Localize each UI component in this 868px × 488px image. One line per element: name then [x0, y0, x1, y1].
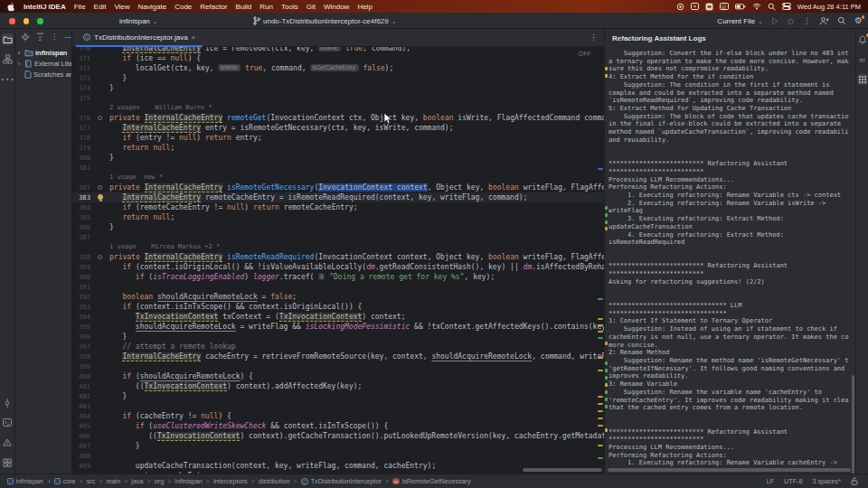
- error-stripe-mark[interactable]: [598, 445, 603, 446]
- menubar-item-navigate[interactable]: Navigate: [138, 3, 167, 11]
- control-center-icon[interactable]: [782, 3, 791, 10]
- menubar-item-refactor[interactable]: Refactor: [200, 3, 227, 11]
- spotlight-icon[interactable]: [768, 3, 776, 11]
- apple-icon[interactable]: [7, 2, 15, 12]
- status-item-utf-8[interactable]: UTF-8: [784, 477, 802, 485]
- status-item-3-spaces-[interactable]: 3 spaces*: [812, 477, 841, 485]
- error-stripe-mark[interactable]: [598, 357, 603, 359]
- code-editor[interactable]: 370InternalCacheEntry ice = remoteGet(ct…: [72, 47, 604, 474]
- chevron-right-icon[interactable]: ›: [18, 61, 23, 67]
- maven-icon[interactable]: m: [857, 54, 868, 65]
- error-stripe-mark[interactable]: [598, 337, 603, 339]
- close-tab-icon[interactable]: ×: [192, 33, 196, 42]
- assistant-vertical-scrollbar[interactable]: [852, 375, 854, 474]
- code-with-me-icon[interactable]: [819, 16, 829, 25]
- error-stripe-mark[interactable]: [598, 410, 603, 412]
- menubar-item-window[interactable]: Window: [324, 3, 349, 11]
- keyboard-icon[interactable]: [720, 3, 729, 10]
- menubar-item-code[interactable]: Code: [175, 3, 192, 11]
- breadcrumb-java[interactable]: java: [131, 477, 143, 485]
- tab-txdistributioninterceptor[interactable]: TxDistributionInterceptor.java ×: [76, 29, 203, 47]
- breadcrumb-org[interactable]: org: [155, 477, 164, 485]
- locate-icon[interactable]: [21, 33, 30, 42]
- error-stripe-mark[interactable]: [598, 425, 603, 427]
- notifications-bell-icon[interactable]: [857, 34, 868, 45]
- error-stripe-mark[interactable]: [598, 457, 603, 459]
- commit-icon[interactable]: [2, 397, 14, 408]
- breadcrumb-infinispan[interactable]: infinispan: [7, 477, 43, 485]
- override-method-gutter-icon[interactable]: [98, 116, 102, 120]
- menubar-item-help[interactable]: Help: [357, 3, 372, 11]
- menubar-item-build[interactable]: Build: [236, 3, 252, 11]
- editor-horizontal-scrollbar[interactable]: [523, 468, 602, 472]
- override-method-gutter-icon[interactable]: [98, 185, 102, 190]
- status-item-lf[interactable]: LF: [767, 477, 774, 485]
- breadcrumb-core[interactable]: core: [54, 477, 75, 485]
- more-actions-kebab-icon[interactable]: ⋮: [803, 16, 811, 25]
- menubar-clock[interactable]: Wed Aug 28 4:11 PM: [797, 3, 861, 11]
- problems-icon[interactable]: [2, 436, 14, 448]
- usages-hint[interactable]: 1 usage Mircea Markus +2 *: [109, 242, 220, 252]
- breadcrumb-isremotegetnecessary[interactable]: isRemoteGetNecessary: [392, 477, 470, 485]
- breadcrumb-main[interactable]: main: [107, 477, 121, 485]
- breadcrumb-interceptors[interactable]: interceptors: [213, 477, 248, 485]
- chevron-right-icon[interactable]: ›: [18, 50, 23, 56]
- close-window-button[interactable]: [9, 18, 15, 24]
- app-window-icon[interactable]: [691, 3, 699, 10]
- error-stripe-mark[interactable]: [598, 318, 603, 320]
- breadcrumb-infinispan[interactable]: infinispan: [175, 477, 202, 485]
- stage-manager-icon[interactable]: [705, 3, 713, 11]
- terminal-icon[interactable]: [2, 417, 14, 428]
- run-button[interactable]: [771, 17, 778, 25]
- assistant-grid-icon[interactable]: [857, 74, 868, 85]
- collapse-all-icon[interactable]: [36, 33, 44, 42]
- menubar-item-git[interactable]: Git: [307, 3, 316, 11]
- override-method-gutter-icon[interactable]: [98, 255, 102, 259]
- menubar-item-edit[interactable]: Edit: [94, 3, 107, 11]
- error-stripe-mark[interactable]: [598, 418, 603, 419]
- assistant-log-output[interactable]: Suggestion: Convert the if-else block un…: [609, 50, 849, 466]
- battery-icon[interactable]: [735, 4, 746, 10]
- editor-error-stripe[interactable]: [597, 47, 604, 474]
- breadcrumb-distribution[interactable]: distribution: [259, 477, 290, 485]
- error-stripe-mark[interactable]: [598, 324, 603, 326]
- usages-hint[interactable]: 1 usage new *: [109, 173, 163, 183]
- search-everywhere-icon[interactable]: [837, 16, 846, 25]
- project-widget[interactable]: infinispan ⌄: [119, 13, 158, 29]
- wifi-icon[interactable]: [752, 3, 761, 10]
- error-stripe-mark[interactable]: [598, 298, 603, 300]
- error-stripe-mark[interactable]: [598, 403, 603, 405]
- error-stripe-mark[interactable]: [598, 331, 603, 333]
- error-stripe-mark[interactable]: [598, 370, 603, 371]
- usages-hint[interactable]: 2 usages William Burns *: [109, 103, 212, 113]
- structure-icon[interactable]: [2, 53, 14, 65]
- lock-open-icon[interactable]: [851, 477, 859, 485]
- breadcrumb-src[interactable]: src: [87, 477, 96, 485]
- menubar-item-file[interactable]: File: [74, 3, 86, 11]
- assistant-horizontal-scrollbar[interactable]: [608, 468, 851, 472]
- project-folder-icon[interactable]: [2, 33, 14, 45]
- tab-options-kebab-icon[interactable]: ⋮: [590, 33, 598, 42]
- error-stripe-mark[interactable]: [598, 396, 603, 398]
- menubar-item-intellij-idea[interactable]: IntelliJ IDEA: [24, 3, 66, 11]
- record-dot-icon[interactable]: [676, 3, 684, 11]
- zoom-window-button[interactable]: [37, 18, 43, 24]
- vcs-branch-widget[interactable]: undo-TxDistributionInterceptor-ce4f629 ⌄: [253, 13, 397, 29]
- run-configuration-widget[interactable]: Current File ⌄: [717, 13, 763, 29]
- menubar-item-view[interactable]: View: [114, 3, 129, 11]
- debug-button[interactable]: [787, 17, 795, 25]
- tree-item-external-libraries[interactable]: ›External Libraries: [15, 58, 71, 69]
- tree-item-infinispan[interactable]: ›infinispan: [15, 47, 71, 58]
- menubar-item-run[interactable]: Run: [259, 3, 273, 11]
- hide-panel-icon[interactable]: —: [64, 33, 71, 41]
- services-icon[interactable]: [2, 456, 14, 468]
- intention-bulb-icon[interactable]: [98, 194, 103, 200]
- settings-gear-icon[interactable]: ⚙: [854, 16, 863, 25]
- menubar-item-tools[interactable]: Tools: [281, 3, 298, 11]
- kebab-icon[interactable]: ⋮: [51, 33, 58, 41]
- tree-item-scratches-and-consoles[interactable]: Scratches and Consoles: [15, 69, 71, 80]
- minimize-window-button[interactable]: [24, 18, 30, 24]
- error-stripe-mark[interactable]: [598, 168, 603, 170]
- more-tools-icon[interactable]: ⋯: [2, 73, 14, 85]
- inspections-off-label[interactable]: OFF: [579, 51, 591, 57]
